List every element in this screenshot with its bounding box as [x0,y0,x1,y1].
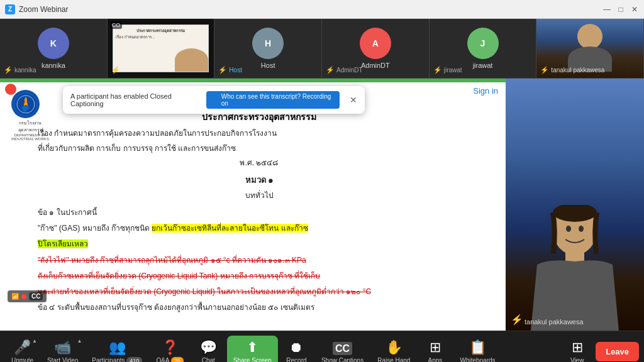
recording-bar: 📶 CC [8,290,47,302]
participant-tile-kannika[interactable]: K kannika ⚡ kannika [0,19,108,78]
whiteboards-icon: 📋 [469,339,486,356]
co-speaker-figure [175,48,208,72]
speaker-video: ⚡ tanakul pakkawesa [506,79,644,331]
toolbar-left-group: ▲ 🎤 Unmute ▲ 📹 Start Video 👥 Participant… [5,336,502,363]
muted-icon-host: ⚡ [218,66,227,74]
participant-name-host: Host [261,62,275,69]
raise-hand-button[interactable]: ✋ Raise Hand [371,336,416,363]
chapter-num: หมวด ๑ [38,174,480,187]
participant-status-host: ⚡ Host [218,66,242,74]
participant-avatar-admindt: A [360,28,391,59]
article1-content: "ก๊าซ" (GAS) หมายถึง ก๊าซทุกชนิด ยกเว้นก… [38,222,480,234]
close-button[interactable]: ✕ [630,5,639,14]
video-area: กรมโรงงานอุตสาหกรรม DEPARTMENT OF INDUST… [0,79,644,331]
start-video-button[interactable]: ▲ 📹 Start Video [41,336,84,363]
participants-count-badge: 410 [126,357,142,363]
participant-avatar-host: H [252,28,284,59]
doc-year: พ.ศ. ๒๕๔๘ [38,157,480,169]
raise-hand-label: Raise Hand [377,357,410,363]
start-video-label: Start Video [47,357,78,363]
svg-point-4 [566,226,571,232]
participant-avatar-jirawat: J [467,28,499,59]
notification-banner[interactable]: A participant has enabled Closed Caption… [63,86,365,114]
zoom-logo-icon: Z [5,4,15,14]
raise-hand-icon: ✋ [386,339,402,356]
muted-icon-jirawat: ⚡ [433,66,442,74]
doc-subject: เรื่อง กำหนดมาตรการคุ้มครองความปลอดภัยใน… [38,128,480,140]
speaker-realistic: ⚡ tanakul pakkawesa [506,79,644,331]
document-content: ประกาศกระทรวงอุตสาหกรรม เรื่อง กำหนดมาตร… [0,79,506,331]
record-icon: ⏺ [289,339,303,356]
titlebar-left: Z Zoom Webinar [5,4,68,14]
captions-icon: CC [333,339,352,356]
doc-subject2: ที่เกี่ยวกับการผลิต การเก็บ การบรรจุ การ… [38,143,480,155]
record-button[interactable]: ⏺ Record [279,336,314,363]
co-video-content: ประกาศกระทรวงอุตสาหกรรม เรื่อง กำหนดมาตร… [108,19,214,78]
share-screen-button[interactable]: ⬆ Share Screen [227,336,278,363]
participant-avatar-kannika: K [38,28,69,59]
highlight-text-2: ปิโตรเลียมเหลว [38,239,88,248]
unmute-button[interactable]: ▲ 🎤 Unmute [5,336,40,363]
unmute-icon: 🎤 [14,339,31,356]
whiteboards-button[interactable]: 📋 Whiteboards [453,336,501,363]
apps-label: Apps [428,357,443,363]
show-captions-button[interactable]: CC Show Captions [315,336,370,363]
participant-tile-host[interactable]: H Host ⚡ Host [214,19,322,78]
maximize-button[interactable]: □ [616,5,625,14]
badge-text: Who can see this transcript? Recording o… [221,93,335,107]
speaker-name-tag: tanakul pakkawesa [525,318,584,326]
participant-tile-co[interactable]: ประกาศกระทรวงอุตสาหกรรม เรื่อง กำหนดมาตร… [108,19,215,78]
view-label: View [570,357,584,363]
article4: ข้อ ๔ ระดับพื้นของสถานที่บรรจุก๊าซ ต้องย… [38,302,480,314]
chat-button[interactable]: 💬 Chat [191,336,226,363]
participant-tile-admindt[interactable]: A AdminDT ⚡ AdminDT [322,19,430,78]
participants-button[interactable]: 👥 Participants 410 [86,336,148,363]
host-badge: Host [229,67,242,74]
highlight-text-1: ยกเว้นก๊าซอะเซทิลีนที่ละลายในอะซีโทน และ… [152,224,308,233]
highlight-text-2-container: ปิโตรเลียมเหลว [38,238,480,250]
qa-button[interactable]: ❓ Q&A 25 [150,336,189,363]
article1: ข้อ ๑ ในประกาศนี้ [38,207,480,219]
unmute-label: Unmute [11,357,33,363]
unmute-chevron: ▲ [32,338,37,344]
doc-line3: และถ่ายทำของเหลวที่เย็นจัดยิ่งยวด (Cryog… [38,286,480,298]
speaker-muted-icon: ⚡ [511,314,523,326]
minimize-button[interactable]: — [602,5,611,14]
logo-text: กรมโรงงานอุตสาหกรรม [11,119,49,133]
leave-button[interactable]: Leave [596,342,639,361]
apps-button[interactable]: ⊞ Apps [418,336,452,363]
view-icon: ⊞ [572,339,583,356]
cc-badge: CC [29,292,43,300]
muted-icon-co: ⚡ [111,66,120,74]
video-chevron: ▲ [77,338,82,344]
speaker-silhouette-svg [518,205,631,331]
transcript-badge[interactable]: 👤 Who can see this transcript? Recording… [206,91,340,109]
sign-in-button[interactable]: Sign in [473,86,498,96]
co-doc-preview: ประกาศกระทรวงอุตสาหกรรม เรื่อง กำหนดมาตร… [113,25,209,72]
qa-count-badge: 25 [171,357,184,363]
green-bar [0,79,506,82]
apps-icon: ⊞ [430,339,441,356]
window-title: Zoom Webinar [19,5,68,14]
chat-icon: 💬 [200,339,217,356]
logo-area: กรมโรงงานอุตสาหกรรม DEPARTMENT OF INDUST… [11,90,49,141]
participant-status-jirawat: ⚡ jirawat [433,66,462,74]
view-button[interactable]: ⊞ View [560,336,594,363]
participant-tile-tanakul[interactable]: ⚡ tanakul pakkawesa [536,19,644,78]
svg-point-5 [579,226,584,232]
participant-status-tanakul: ⚡ tanakul pakkawesa [540,66,604,74]
participant-tile-jirawat[interactable]: J jirawat ⚡ jirawat [430,19,537,78]
participant-name-admindt: AdminDT [361,62,390,69]
strikethrough-line1: "ถังไวไฟ" หมายถึง ก๊าซที่สามารถลุกไหม้ได… [38,256,306,265]
toolbar-right-group: ⊞ View Leave [560,336,639,363]
participant-status-co: ⚡ [111,66,120,74]
video-icon: 📹 [54,339,71,356]
doc-line2: ถังเก็บก๊าซเหลวที่เย็นจัดยิ่งยวด (Cryoge… [38,270,480,282]
whiteboards-label: Whiteboards [460,357,495,363]
main-content: K kannika ⚡ kannika ประกาศกระทรวงอุตสาหก… [0,19,644,331]
red-dot-button[interactable] [5,84,16,95]
muted-icon-kannika: ⚡ [4,66,13,74]
strikethrough-line3: และถ่ายทำของเหลวที่เย็นจัดยิ่งยวด (Cryog… [38,287,371,296]
titlebar-controls[interactable]: — □ ✕ [602,5,639,14]
notification-close-button[interactable]: ✕ [350,95,357,105]
